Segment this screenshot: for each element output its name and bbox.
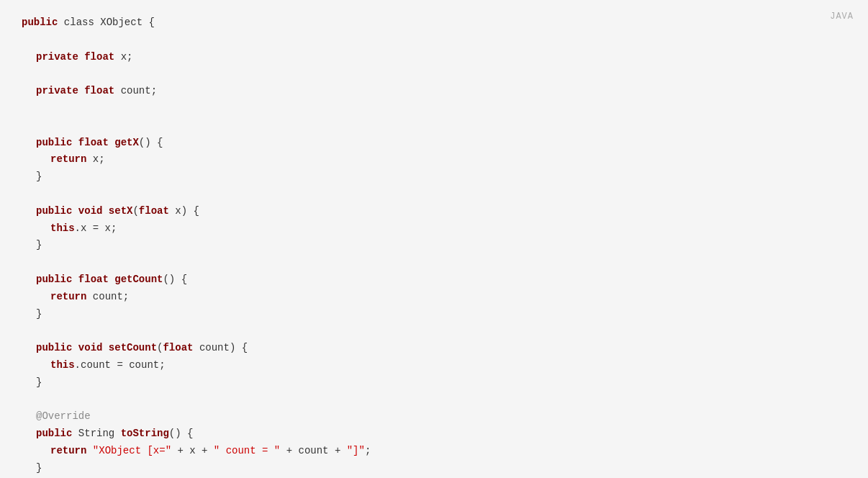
line-9: return x; [22,151,846,168]
line-13: this.x = x; [22,220,846,238]
line-3: private float x; [22,49,846,66]
line-10: } [22,168,846,186]
line-5: private float count; [22,83,846,100]
line-blank-5 [22,186,846,203]
language-label: JAVA [830,12,854,22]
line-blank-2 [22,66,846,83]
line-blank-8 [22,392,846,409]
line-26: return "XObject [x=" + x + " count = " +… [22,443,846,460]
line-blank-7 [22,323,846,340]
line-12: public void setX(float x) { [22,203,846,220]
line-blank-6 [22,254,846,271]
line-16: public float getCount() { [22,271,846,289]
line-17: return count; [22,289,846,306]
line-24: @Override [22,408,846,425]
code-block: public class XObject { private float x; … [22,14,846,478]
line-blank-4 [22,117,846,135]
line-20: public void setCount(float count) { [22,340,846,357]
code-container: JAVA public class XObject { private floa… [0,0,868,478]
line-18: } [22,306,846,323]
line-blank-1 [22,32,846,49]
line-14: } [22,237,846,254]
line-blank-3 [22,100,846,117]
line-25: public String toString() { [22,425,846,443]
line-22: } [22,374,846,392]
line-27: } [22,460,846,477]
line-8: public float getX() { [22,135,846,152]
line-1: public class XObject { [22,14,846,32]
line-21: this.count = count; [22,357,846,374]
